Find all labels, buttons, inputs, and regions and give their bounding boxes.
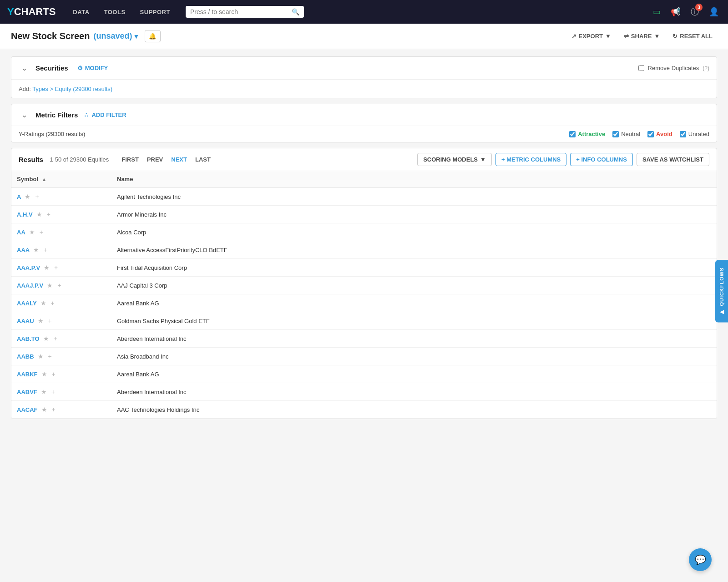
page-title: New Stock Screen <box>11 31 90 41</box>
symbol-link[interactable]: AACAF <box>17 406 38 413</box>
symbol-link[interactable]: AAB.TO <box>17 335 40 342</box>
symbol-link[interactable]: AAALY <box>17 300 37 307</box>
star-btn[interactable]: ★ <box>43 263 51 272</box>
remove-duplicates-checkbox[interactable] <box>638 65 644 71</box>
nav-link-tools[interactable]: TOOLS <box>98 5 132 19</box>
symbol-link[interactable]: AABKF <box>17 371 38 378</box>
metric-columns-btn[interactable]: + METRIC COLUMNS <box>495 153 566 166</box>
add-filter-btn[interactable]: ⛬ ADD FILTER <box>83 111 126 118</box>
plus-btn[interactable]: + <box>51 405 56 414</box>
quick-flows-panel[interactable]: QUICKFLOWS ◀ <box>715 260 728 322</box>
help-icon[interactable]: (?) <box>703 65 709 71</box>
plus-btn[interactable]: + <box>53 334 58 343</box>
symbol-link[interactable]: AAA <box>17 247 30 253</box>
unrated-checkbox[interactable] <box>680 131 686 137</box>
cell-symbol: AABVF ★ + <box>11 383 111 401</box>
last-page-btn[interactable]: LAST <box>192 154 213 165</box>
symbol-link[interactable]: AAAJ.P.V <box>17 282 43 289</box>
star-btn[interactable]: ★ <box>24 192 31 201</box>
info-icon-btn[interactable]: ⓘ 3 <box>689 5 701 19</box>
star-btn[interactable]: ★ <box>35 210 43 219</box>
save-watchlist-btn[interactable]: SAVE AS WATCHLIST <box>637 153 709 166</box>
next-page-btn[interactable]: NEXT <box>168 154 190 165</box>
cell-symbol: AAALY ★ + <box>11 294 111 312</box>
rating-avoid[interactable]: Avoid <box>647 131 672 137</box>
cell-name: Aberdeen International Inc <box>111 330 717 348</box>
plus-btn[interactable]: + <box>51 369 56 379</box>
symbol-link[interactable]: A.H.V <box>17 211 33 218</box>
plus-btn[interactable]: + <box>47 316 53 325</box>
attractive-checkbox[interactable] <box>569 131 576 137</box>
user-icon-btn[interactable]: 👤 <box>707 5 721 19</box>
search-input[interactable] <box>190 8 288 15</box>
symbol-link[interactable]: A <box>17 193 21 200</box>
rating-unrated[interactable]: Unrated <box>680 131 709 137</box>
row-actions: A ★ + <box>17 192 106 201</box>
plus-btn[interactable]: + <box>56 281 62 290</box>
bell-button[interactable]: 🔔 <box>145 30 161 42</box>
plus-btn[interactable]: + <box>43 245 48 254</box>
first-page-btn[interactable]: FIRST <box>119 154 142 165</box>
star-btn[interactable]: ★ <box>42 334 50 343</box>
symbol-link[interactable]: AABVF <box>17 389 37 395</box>
symbol-link[interactable]: AA <box>17 229 25 236</box>
star-btn[interactable]: ★ <box>28 228 36 237</box>
star-btn[interactable]: ★ <box>37 352 45 361</box>
share-label: SHARE <box>631 33 652 40</box>
plus-btn[interactable]: + <box>50 299 56 308</box>
cell-symbol: AABKF ★ + <box>11 365 111 383</box>
symbol-link[interactable]: AAA.P.V <box>17 264 40 271</box>
cell-symbol: A ★ + <box>11 187 111 206</box>
share-button[interactable]: ⇌ SHARE ▼ <box>619 30 664 42</box>
plus-btn[interactable]: + <box>39 228 44 237</box>
star-btn[interactable]: ★ <box>40 299 47 308</box>
star-btn[interactable]: ★ <box>46 281 54 290</box>
cell-name: Asia Broadband Inc <box>111 348 717 365</box>
modify-label: MODIFY <box>85 65 108 71</box>
symbol-link[interactable]: AABB <box>17 353 34 360</box>
scoring-models-btn[interactable]: SCORING MODELS ▼ <box>417 153 492 166</box>
star-btn[interactable]: ★ <box>40 405 48 414</box>
title-dropdown-btn[interactable]: ▼ <box>133 33 139 40</box>
app-logo[interactable]: Y CHARTS <box>7 6 56 18</box>
table-row: AABKF ★ + Aareal Bank AG <box>11 365 717 383</box>
message-icon-btn[interactable]: ▭ <box>651 5 662 19</box>
nav-link-support[interactable]: SUPPORT <box>134 5 177 19</box>
quick-flows-label: QUICKFLOWS <box>719 267 724 306</box>
row-actions: A.H.V ★ + <box>17 210 106 219</box>
row-actions: AAALY ★ + <box>17 299 106 308</box>
save-watchlist-label: SAVE AS WATCHLIST <box>642 156 703 163</box>
plus-btn[interactable]: + <box>51 387 56 396</box>
star-btn[interactable]: ★ <box>37 316 45 325</box>
securities-type-link[interactable]: Types > Equity (29300 results) <box>32 86 112 92</box>
star-btn[interactable]: ★ <box>32 245 40 254</box>
megaphone-icon-btn[interactable]: 📢 <box>669 5 682 19</box>
symbol-link[interactable]: AAAU <box>17 318 34 324</box>
securities-collapse-btn[interactable]: ⌄ <box>19 63 30 73</box>
info-columns-btn[interactable]: + INFO COLUMNS <box>570 153 633 166</box>
reset-all-button[interactable]: ↻ RESET ALL <box>668 30 717 42</box>
rating-attractive[interactable]: Attractive <box>569 131 605 137</box>
cell-name: Alcoa Corp <box>111 223 717 241</box>
filter-row: Y-Ratings (29300 results) Attractive Neu… <box>11 126 717 142</box>
plus-btn[interactable]: + <box>46 210 51 219</box>
star-btn[interactable]: ★ <box>40 387 48 396</box>
prev-page-btn[interactable]: PREV <box>144 154 166 165</box>
quick-flows-arrow: ◀ <box>720 309 724 315</box>
plus-btn[interactable]: + <box>47 352 53 361</box>
filters-collapse-btn[interactable]: ⌄ <box>19 110 30 120</box>
search-bar[interactable]: 🔍 <box>186 6 304 18</box>
star-btn[interactable]: ★ <box>40 369 48 379</box>
neutral-checkbox[interactable] <box>612 131 619 137</box>
th-symbol[interactable]: Symbol ▲ <box>11 171 111 187</box>
avoid-checkbox[interactable] <box>647 131 654 137</box>
rating-neutral[interactable]: Neutral <box>612 131 640 137</box>
plus-btn[interactable]: + <box>53 263 59 272</box>
table-row: AAALY ★ + Aareal Bank AG <box>11 294 717 312</box>
plus-btn[interactable]: + <box>34 192 40 201</box>
nav-link-data[interactable]: DATA <box>66 5 96 19</box>
securities-modify-btn[interactable]: ⚙ MODIFY <box>74 62 112 74</box>
cell-symbol: AAB.TO ★ + <box>11 330 111 348</box>
export-button[interactable]: ↗ EXPORT ▼ <box>567 30 616 42</box>
securities-card-header: ⌄ Securities ⚙ MODIFY Remove Duplicates … <box>11 57 717 80</box>
